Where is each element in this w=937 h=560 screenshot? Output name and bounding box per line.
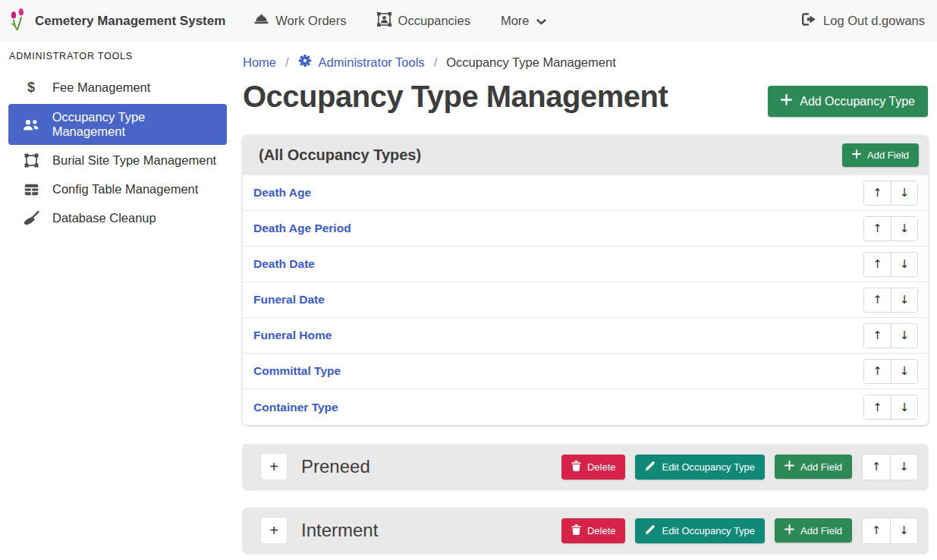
move-down-button[interactable]: ↓ <box>890 518 917 543</box>
section-title: Interment <box>301 520 561 541</box>
move-up-button[interactable]: ↑ <box>864 288 891 312</box>
edit-occupancy-type-button[interactable]: Edit Occupancy Type <box>635 455 765 480</box>
nav-occupancies-label: Occupancies <box>398 14 470 28</box>
field-row: Committal Type ↑ ↓ <box>243 354 928 389</box>
navbar-links: Work Orders Occupancies More <box>254 12 546 30</box>
sidebar-item-label: Occupancy Type Management <box>52 110 219 139</box>
breadcrumb-admin-tools-link[interactable]: Administrator Tools <box>298 54 425 71</box>
sidebar-item-label: Database Cleanup <box>52 211 156 225</box>
field-link-death-age[interactable]: Death Age <box>253 186 311 200</box>
broom-icon <box>22 211 40 225</box>
reorder-button-group: ↑ ↓ <box>863 181 918 206</box>
all-occupancy-types-header: (All Occupancy Types) Add Field <box>243 135 928 175</box>
move-down-button[interactable]: ↓ <box>891 360 917 383</box>
nav-occupancies[interactable]: Occupancies <box>377 12 470 30</box>
trash-icon <box>571 524 581 537</box>
logout-button[interactable]: Log Out d.gowans <box>802 13 925 29</box>
move-down-button[interactable]: ↓ <box>891 181 917 205</box>
section-interment: + Interment Delete <box>243 508 928 553</box>
sidebar-item-burial-site-type-management[interactable]: Burial Site Type Management <box>8 147 227 174</box>
reorder-button-group: ↑ ↓ <box>862 518 918 544</box>
breadcrumb-current-page: Occupancy Type Management <box>446 55 616 70</box>
field-row: Funeral Home ↑ ↓ <box>243 318 928 354</box>
plus-icon <box>785 524 794 536</box>
all-occupancy-types-panel: (All Occupancy Types) Add Field Death Ag… <box>243 135 928 425</box>
page-title: Occupancy Type Management <box>243 80 668 114</box>
trash-icon <box>571 461 581 473</box>
breadcrumb-home-label: Home <box>243 55 276 70</box>
breadcrumb-home-link[interactable]: Home <box>243 55 276 70</box>
field-link-funeral-home[interactable]: Funeral Home <box>253 329 332 342</box>
reorder-button-group: ↑ ↓ <box>862 454 918 480</box>
move-down-button[interactable]: ↓ <box>890 455 917 480</box>
gear-icon <box>298 54 312 71</box>
delete-occupancy-type-button[interactable]: Delete <box>561 518 626 543</box>
reorder-button-group: ↑ ↓ <box>863 252 918 277</box>
edit-occupancy-type-button[interactable]: Edit Occupancy Type <box>635 518 765 543</box>
sidebar-item-fee-management[interactable]: $ Fee Management <box>8 74 227 102</box>
move-up-button[interactable]: ↑ <box>863 518 890 543</box>
field-link-container-type[interactable]: Container Type <box>253 401 338 414</box>
section-preneed: + Preneed Delete <box>243 444 928 489</box>
expand-section-button[interactable]: + <box>261 518 287 543</box>
panel-title: (All Occupancy Types) <box>259 146 421 164</box>
plus-icon <box>785 461 794 473</box>
expand-section-button[interactable]: + <box>261 454 287 480</box>
users-icon <box>22 118 40 131</box>
nav-work-orders[interactable]: Work Orders <box>254 13 346 29</box>
nav-more[interactable]: More <box>501 14 546 28</box>
sidebar-item-database-cleanup[interactable]: Database Cleanup <box>8 205 227 231</box>
move-up-button[interactable]: ↑ <box>863 455 890 480</box>
move-up-button[interactable]: ↑ <box>864 324 891 348</box>
add-occupancy-type-label: Add Occupancy Type <box>800 95 915 109</box>
sidebar-item-config-table-management[interactable]: Config Table Management <box>8 176 227 203</box>
delete-occupancy-type-button[interactable]: Delete <box>561 455 626 480</box>
reorder-button-group: ↑ ↓ <box>863 395 918 420</box>
plus-icon <box>852 149 861 161</box>
add-field-button[interactable]: Add Field <box>775 455 852 479</box>
move-up-button[interactable]: ↑ <box>864 217 891 241</box>
section-title: Preneed <box>301 456 561 477</box>
add-occupancy-type-button[interactable]: Add Occupancy Type <box>768 86 928 117</box>
sidebar-item-occupancy-type-management[interactable]: Occupancy Type Management <box>8 104 227 145</box>
reorder-button-group: ↑ ↓ <box>863 288 918 313</box>
reorder-button-group: ↑ ↓ <box>863 216 918 241</box>
move-up-button[interactable]: ↑ <box>864 181 891 205</box>
sidebar-item-label: Config Table Management <box>52 182 198 197</box>
move-up-button[interactable]: ↑ <box>864 360 891 383</box>
occupancy-frame-icon <box>377 12 391 30</box>
edit-occupancy-type-label: Edit Occupancy Type <box>662 525 755 536</box>
field-link-funeral-date[interactable]: Funeral Date <box>253 293 325 307</box>
move-down-button[interactable]: ↓ <box>891 288 917 312</box>
breadcrumb-admin-tools-label: Administrator Tools <box>319 55 425 70</box>
page-header: Occupancy Type Management Add Occupancy … <box>243 80 928 117</box>
field-link-committal-type[interactable]: Committal Type <box>253 364 341 378</box>
add-field-button[interactable]: Add Field <box>775 518 852 543</box>
nav-work-orders-label: Work Orders <box>275 14 346 28</box>
add-field-button[interactable]: Add Field <box>842 143 919 167</box>
table-icon <box>22 184 40 196</box>
breadcrumb-separator: / <box>434 55 438 70</box>
reorder-button-group: ↑ ↓ <box>863 359 918 384</box>
pencil-icon <box>645 524 656 537</box>
plus-icon <box>781 94 792 109</box>
move-down-button[interactable]: ↓ <box>891 253 917 276</box>
delete-label: Delete <box>587 525 616 536</box>
section-actions: Delete Edit Occupancy Type Add Field <box>561 454 918 480</box>
field-link-death-date[interactable]: Death Date <box>253 257 315 271</box>
nav-more-label: More <box>501 14 530 28</box>
app-brand[interactable]: Cemetery Management System <box>9 8 225 34</box>
move-down-button[interactable]: ↓ <box>891 324 917 348</box>
pencil-icon <box>645 461 656 473</box>
move-down-button[interactable]: ↓ <box>891 217 917 241</box>
sidebar-item-label: Burial Site Type Management <box>52 153 216 168</box>
breadcrumb: Home / Administrat <box>243 54 928 71</box>
top-navbar: Cemetery Management System Work Orders <box>0 0 937 42</box>
field-link-death-age-period[interactable]: Death Age Period <box>253 222 351 235</box>
move-down-button[interactable]: ↓ <box>891 395 917 419</box>
move-up-button[interactable]: ↑ <box>864 253 891 276</box>
move-up-button[interactable]: ↑ <box>864 395 891 419</box>
add-field-label: Add Field <box>800 461 842 473</box>
breadcrumb-separator: / <box>285 55 289 70</box>
dollar-icon: $ <box>22 80 40 96</box>
